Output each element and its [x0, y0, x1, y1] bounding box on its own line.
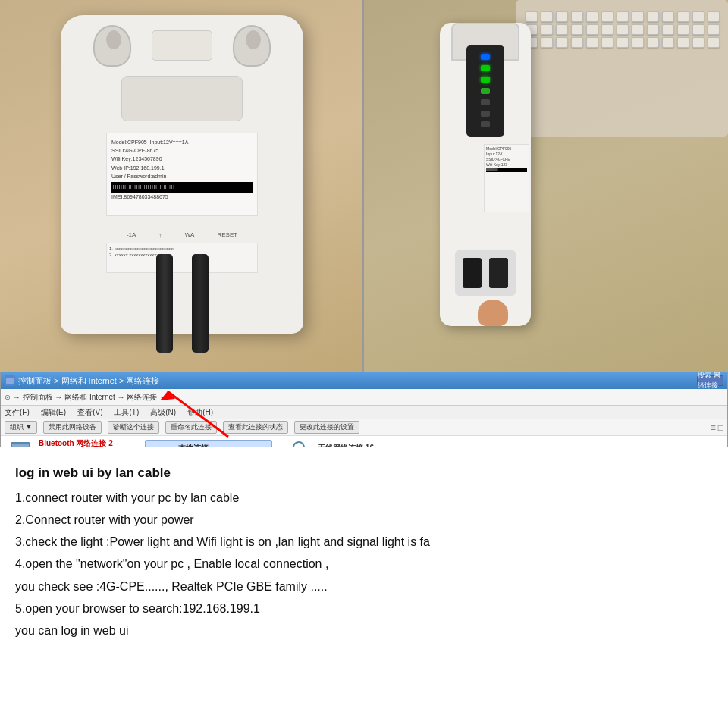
menu-edit[interactable]: 编辑(E) — [41, 407, 66, 418]
photos-row: Model:CPF905 Input:12V===1A SSID:4G-CPE-… — [0, 0, 728, 372]
win-toolbar: 组织 ▼ 禁用此网络设备 诊断这个连接 重命名此连接 查看此连接的状态 更改此连… — [1, 419, 727, 436]
win-menubar: 文件(F) 编辑(E) 查看(V) 工具(T) 高级(N) 帮助(H) — [1, 406, 727, 419]
search-label: 搜索 网络连接 — [698, 372, 723, 391]
menu-tools[interactable]: 工具(T) — [114, 407, 139, 418]
screenshot-section: 控制面板 > 网络和 Internet > 网络连接 搜索 网络连接 ⊙ → 控… — [0, 372, 728, 447]
led-signal2 — [481, 88, 490, 94]
win-title: 控制面板 > 网络和 Internet > 网络连接 — [18, 375, 159, 387]
step-4b: you check see :4G-CPE......, Realtek PCI… — [15, 576, 713, 597]
led-panel — [466, 46, 504, 136]
diagnose-btn[interactable]: 诊断这个连接 — [108, 421, 159, 434]
local-connection-item[interactable]: 本地连接 4G-CPE_0430 Realtek PCIe GBE Family… — [145, 440, 272, 447]
led-signal4 — [481, 121, 490, 127]
led-wifi — [481, 65, 490, 71]
disable-btn[interactable]: 禁用此网络设备 — [43, 421, 102, 434]
menu-file[interactable]: 文件(F) — [5, 407, 30, 418]
step-3: 3.check the light :Power light and Wifi … — [15, 532, 713, 552]
mount-hole-right — [233, 25, 271, 67]
bt-net-name: Bluetooth 网络连接 2 — [39, 438, 121, 447]
step-4: 4.open the "network"on your pc , Enable … — [15, 554, 713, 574]
instructions-section: log in web ui by lan cable 1.connect rou… — [0, 447, 728, 728]
status-btn[interactable]: 查看此连接的状态 — [223, 421, 288, 434]
wireless-net-name: 无线网络连接 16 — [318, 443, 407, 447]
photo-right: Model:CPF905Input:12VSSID:4G-CPEWifi Key… — [364, 0, 728, 372]
label-sticker: Model:CPF905 Input:12V===1A SSID:4G-CPE-… — [106, 133, 258, 216]
bluetooth-network-item[interactable]: ᛒ ✕ Bluetooth 网络连接 2 未连接 Bluetooth 设备(个人… — [8, 438, 130, 447]
router-side: Model:CPF905Input:12VSSID:4G-CPEWifi Key… — [440, 23, 531, 326]
router-mid — [121, 76, 243, 121]
win-titlebar: 控制面板 > 网络和 Internet > 网络连接 搜索 网络连接 — [1, 372, 727, 389]
menu-view[interactable]: 查看(V) — [77, 407, 102, 418]
led-lan — [481, 111, 490, 117]
led-signal1 — [481, 77, 490, 83]
menu-help[interactable]: 帮助(H) — [187, 407, 213, 418]
step-5b: you can log in web ui — [15, 620, 713, 641]
router-back: Model:CPF905 Input:12V===1A SSID:4G-CPE-… — [61, 15, 303, 334]
local-net-name: 本地连接 — [178, 443, 269, 447]
breadcrumb-text: ⊙ → 控制面板 → 网络和 Internet → 网络连接 → — [5, 392, 167, 403]
settings-btn[interactable]: 更改此连接的设置 — [294, 421, 359, 434]
main-container: Model:CPF905 Input:12V===1A SSID:4G-CPE-… — [0, 0, 728, 728]
step-5: 5.open your browser to search:192.168.19… — [15, 598, 713, 619]
rename-btn[interactable]: 重命名此连接 — [165, 421, 217, 434]
cable-left — [156, 254, 173, 353]
led-power — [481, 54, 490, 60]
menu-advanced[interactable]: 高级(N) — [150, 407, 176, 418]
view-icon[interactable]: ≡ — [711, 422, 716, 433]
win-breadcrumb: ⊙ → 控制面板 → 网络和 Internet → 网络连接 → — [1, 389, 727, 406]
led-signal3 — [481, 99, 490, 105]
detail-icon[interactable]: □ — [718, 422, 723, 433]
mount-hole-left — [93, 25, 131, 67]
organize-btn[interactable]: 组织 ▼ — [5, 421, 37, 434]
photo-left: Model:CPF905 Input:12V===1A SSID:4G-CPE-… — [0, 0, 364, 372]
instruction-header: log in web ui by lan cable — [15, 463, 713, 485]
network-items: ᛒ ✕ Bluetooth 网络连接 2 未连接 Bluetooth 设备(个人… — [1, 436, 727, 447]
wireless-network-item[interactable]: 无线网络连接 16 已启用 Realtek 8821CE Wireless LA… — [287, 443, 409, 447]
step-1: 1.connect router with your pc by lan cab… — [15, 488, 713, 508]
step-2: 2.Connect router with your power — [15, 510, 713, 530]
cable-right — [192, 254, 209, 353]
